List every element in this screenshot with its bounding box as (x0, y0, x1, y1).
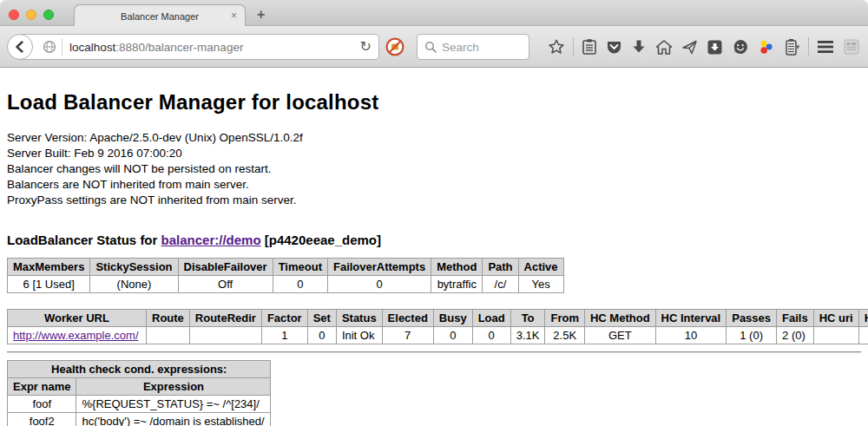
table-row: foof2hc('body') =~ /domain is establishe… (8, 413, 271, 426)
tab-title: Balancer Manager (121, 11, 199, 22)
heading-prefix: LoadBalancer Status for (7, 233, 161, 247)
table-cell: Off (178, 276, 273, 293)
search-input[interactable]: Search (417, 34, 529, 60)
table-cell: foof2 (858, 327, 868, 344)
download-arrow-icon (631, 39, 647, 55)
plugin-blocked-icon[interactable] (385, 37, 404, 56)
menu-button[interactable] (817, 36, 834, 57)
hamburger-menu-icon (817, 40, 834, 54)
column-header: Elected (382, 310, 433, 327)
url-text[interactable]: localhost:8880/balancer-manager (69, 41, 243, 54)
home-button[interactable] (655, 36, 673, 57)
table-cell: 7 (382, 327, 433, 344)
table-cell: 0 (307, 327, 336, 344)
column-header: Path (483, 259, 518, 276)
back-icon (13, 40, 27, 54)
column-header: Set (307, 310, 336, 327)
column-header: HC Interval (655, 310, 727, 327)
table-cell (189, 327, 261, 344)
url-domain: localhost (69, 41, 115, 54)
table-row: http://www.example.com/10Init Ok7003.1K2… (8, 327, 868, 344)
health-check-table: Health check cond. expressions:Expr name… (7, 360, 271, 426)
column-header: Expr name (8, 378, 76, 396)
server-built-line: Server Built: Feb 9 2016 07:00:20 (7, 146, 861, 161)
pocket-button[interactable] (606, 36, 622, 57)
column-header: RouteRedir (189, 310, 261, 327)
addon-download-button[interactable] (707, 36, 723, 57)
table-cell: bytraffic (431, 276, 483, 293)
worker-status-table: Worker URLRouteRouteRedirFactorSetStatus… (7, 309, 868, 344)
column-header: Fails (777, 310, 814, 327)
table-cell: 0 (472, 327, 510, 344)
page-content: Load Balancer Manager for localhost Serv… (0, 68, 868, 426)
column-header: StickySession (90, 259, 178, 276)
column-header: Expression (76, 378, 271, 396)
table-cell: 6 [1 Used] (8, 276, 90, 293)
table-cell: Yes (518, 276, 563, 293)
table-cell: 0 (327, 276, 431, 293)
column-header: HC Expr (858, 310, 868, 327)
globe-icon (43, 40, 56, 54)
balancer-status-table: MaxMembersStickySessionDisableFailoverTi… (7, 258, 564, 293)
column-header: Busy (433, 310, 472, 327)
column-header: Method (431, 259, 483, 276)
column-header: MaxMembers (8, 259, 90, 276)
table-cell: 2 (0) (777, 327, 814, 344)
column-header: To (510, 310, 545, 327)
new-tab-button[interactable]: + (257, 7, 265, 23)
table-cell: 3.1K (510, 327, 545, 344)
url-bar[interactable]: localhost:8880/balancer-manager ↻ (19, 34, 379, 60)
titlebar: Balancer Manager × + (0, 0, 868, 26)
navigation-toolbar: localhost:8880/balancer-manager ↻ Search (0, 26, 868, 68)
pocket-icon (606, 39, 622, 56)
minimize-window-button[interactable] (26, 10, 36, 20)
tab-balancer-manager[interactable]: Balancer Manager × (74, 4, 246, 27)
tab-close-icon[interactable]: × (231, 10, 237, 22)
square-download-icon (707, 39, 723, 56)
proxypass-notice-line: ProxyPass settings are NOT inherited fro… (7, 193, 861, 208)
table-cell: GET (584, 327, 655, 344)
reading-list-button[interactable] (582, 36, 597, 57)
table-cell: 1 (261, 327, 307, 344)
table-cell: 10 (655, 327, 727, 344)
table-cell: /c/ (483, 276, 518, 293)
back-button[interactable] (7, 34, 33, 60)
disabled-extension-button[interactable] (843, 36, 860, 57)
feedback-button[interactable] (732, 36, 749, 57)
table-row: 6 [1 Used](None)Off00bytraffic/c/Yes (8, 276, 564, 293)
caret-down-icon[interactable]: ▾ (796, 43, 800, 51)
url-path: :8880/balancer-manager (115, 41, 243, 54)
window-controls (9, 10, 54, 20)
bookmark-star-button[interactable] (548, 36, 565, 57)
server-info: Server Version: Apache/2.5.0-dev (Unix) … (7, 130, 861, 208)
balancer-demo-link[interactable]: balancer://demo (161, 233, 261, 247)
table-row: foof%{REQUEST_STATUS} =~ /^[234]/ (8, 396, 271, 413)
table-cell (813, 327, 858, 344)
downloads-button[interactable] (631, 36, 647, 57)
colored-dots-extension-button[interactable] (758, 36, 774, 57)
share-button[interactable] (681, 36, 698, 57)
browser-window: Balancer Manager × + localhost:8880/bala… (0, 0, 868, 426)
close-window-button[interactable] (9, 10, 19, 20)
toolbar-icons: ▾ (543, 26, 865, 68)
column-header: DisableFailover (178, 259, 273, 276)
server-version-line: Server Version: Apache/2.5.0-dev (Unix) … (7, 130, 861, 146)
column-header: HC uri (813, 310, 858, 327)
page-title: Load Balancer Manager for localhost (7, 90, 861, 115)
table-cell: foof2 (8, 413, 76, 426)
grid-extension-icon (843, 38, 860, 56)
table-cell: hc('body') =~ /domain is established/ (76, 413, 271, 426)
send-plane-icon (681, 39, 698, 56)
column-header: Passes (727, 310, 777, 327)
section-divider (7, 351, 861, 353)
worker-url-link[interactable]: http://www.example.com/ (13, 329, 139, 342)
zoom-window-button[interactable] (43, 10, 54, 20)
column-header: HC Method (584, 310, 655, 327)
column-header: Status (336, 310, 382, 327)
smiley-bubble-icon (732, 38, 749, 56)
table-cell (147, 327, 190, 344)
reload-icon[interactable]: ↻ (360, 38, 372, 55)
table-cell: (None) (90, 276, 178, 293)
table-cell: 0 (433, 327, 472, 344)
column-header: Active (518, 259, 563, 276)
